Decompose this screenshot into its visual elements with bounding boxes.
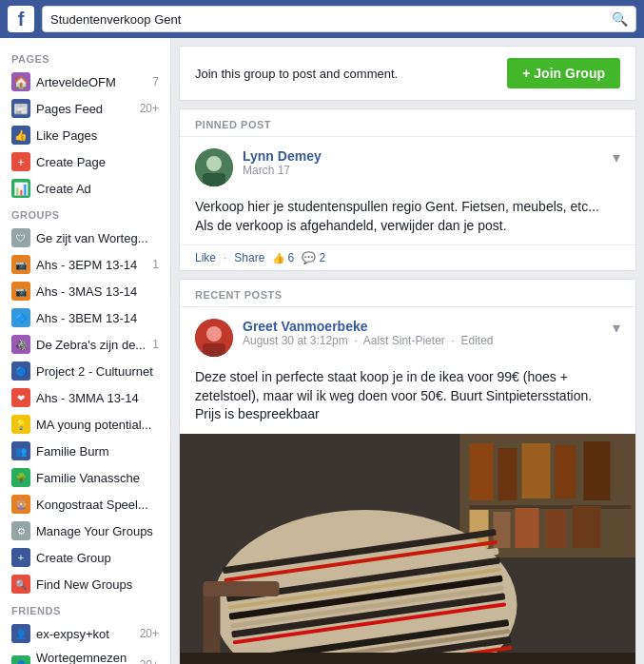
sidebar-item-ahs-3mma-label: Ahs - 3MMA 13-14: [36, 391, 159, 405]
recent-post-author[interactable]: Greet Vanmoerbeke: [243, 319, 494, 334]
thumb-up-icon: 👍: [272, 252, 285, 264]
sidebar-item-like-pages-label: Like Pages: [36, 128, 159, 143]
sidebar-item-wortegem[interactable]: 👤 Wortegemnezen e... 20+: [0, 647, 170, 664]
sidebar-item-expsy[interactable]: 👤 ex-expsy+kot 20+: [0, 620, 170, 647]
svg-rect-35: [204, 581, 280, 596]
ma-young-icon: 💡: [11, 415, 30, 434]
pinned-post-body-line1: Verkoop hier je studentenspullen regio G…: [195, 198, 620, 217]
manage-groups-icon: ⚙: [11, 521, 30, 540]
greet-avatar: [195, 319, 233, 357]
svg-rect-10: [522, 443, 551, 498]
recent-post-card: RECENT POSTS Greet Vanmoerbeke August 30: [179, 279, 636, 664]
sidebar-item-ahs-3mas[interactable]: 📷 Ahs - 3MAS 13-14: [0, 278, 170, 304]
pinned-post-label: PINNED POST: [180, 109, 635, 137]
join-group-button[interactable]: + Join Group: [507, 58, 620, 88]
pages-feed-icon: 📰: [11, 99, 30, 118]
expsy-count: 20+: [140, 627, 159, 640]
friends-section-label: FRIENDS: [0, 597, 170, 620]
recent-post-edited: Edited: [460, 334, 493, 347]
sidebar-item-ahs-3mma[interactable]: ❤ Ahs - 3MMA 13-14: [0, 384, 170, 411]
familie-van-icon: 🌳: [11, 468, 30, 487]
pinned-post-body-line2: Als de verkoop is afgehandeld, verwijder…: [195, 217, 620, 236]
pages-feed-count: 20+: [140, 102, 159, 115]
de-zebra-count: 1: [152, 338, 159, 351]
sidebar-item-artevelde[interactable]: 🏠 ArteveldeOFM 7: [0, 68, 170, 95]
sidebar-item-manage-groups-label: Manage Your Groups: [36, 524, 159, 538]
ahs-3epm-icon: 📷: [11, 255, 30, 274]
sidebar-item-kongostraat-label: Kongostraat Speel...: [36, 498, 159, 512]
svg-rect-8: [470, 443, 494, 500]
sidebar-item-create-group[interactable]: + Create Group: [0, 544, 170, 571]
svg-rect-17: [546, 510, 567, 548]
sidebar-item-de-zebra[interactable]: 🦓 De Zebra's zijn de... 1: [0, 331, 170, 358]
sidebar-item-ahs-3mas-label: Ahs - 3MAS 13-14: [36, 284, 159, 299]
search-input[interactable]: [50, 12, 612, 27]
layout: PAGES 🏠 ArteveldeOFM 7 📰 Pages Feed 20+ …: [0, 38, 644, 664]
groups-section-label: GROUPS: [0, 202, 170, 225]
recent-post-meta: August 30 at 3:12pm · Aalst Sint-Pieter …: [243, 334, 494, 347]
create-page-icon: +: [11, 152, 30, 171]
svg-point-4: [206, 326, 222, 342]
lynn-avatar: [195, 148, 233, 186]
expsy-icon: 👤: [11, 624, 30, 643]
sidebar-item-de-zebra-label: De Zebra's zijn de...: [36, 338, 146, 352]
sidebar-item-project2[interactable]: 🔵 Project 2 - Cultuurnet: [0, 358, 170, 384]
join-banner-text: Join this group to post and comment.: [195, 67, 398, 81]
sidebar-item-like-pages[interactable]: 👍 Like Pages: [0, 122, 170, 148]
svg-rect-2: [203, 173, 225, 186]
sidebar-item-ge-zijt[interactable]: 🛡 Ge zijt van Worteg...: [0, 225, 170, 251]
sidebar-item-familie-burm[interactable]: 👥 Familie Burm: [0, 438, 170, 464]
sidebar-item-create-ad[interactable]: 📊 Create Ad: [0, 175, 170, 202]
ahs-3mas-icon: 📷: [11, 282, 30, 301]
sidebar-item-ma-young[interactable]: 💡 MA young potential...: [0, 411, 170, 438]
sidebar-item-create-page-label: Create Page: [36, 155, 159, 169]
sidebar-item-ahs-3epm[interactable]: 📷 Ahs - 3EPM 13-14 1: [0, 251, 170, 278]
sidebar-item-artevelde-label: ArteveldeOFM: [36, 75, 146, 89]
pinned-like-count: 👍 6: [272, 251, 294, 264]
sidebar-item-create-group-label: Create Group: [36, 551, 159, 565]
pinned-post-author[interactable]: Lynn Demey: [243, 148, 322, 164]
search-bar[interactable]: 🔍: [42, 6, 636, 32]
svg-rect-36: [180, 653, 635, 664]
search-icon[interactable]: 🔍: [612, 11, 628, 27]
sidebar-item-project2-label: Project 2 - Cultuurnet: [36, 364, 159, 379]
recent-post-author-info: Greet Vanmoerbeke August 30 at 3:12pm · …: [243, 319, 494, 347]
join-banner: Join this group to post and comment. + J…: [179, 46, 636, 101]
pinned-share-button[interactable]: Share: [234, 251, 264, 264]
pinned-post-author-info: Lynn Demey March 17: [243, 148, 322, 177]
sidebar-item-find-groups[interactable]: 🔍 Find New Groups: [0, 571, 170, 597]
sidebar-item-familie-burm-label: Familie Burm: [36, 444, 159, 459]
svg-rect-11: [556, 445, 576, 498]
facebook-logo: f: [8, 6, 34, 32]
chair-photo: [180, 434, 635, 664]
recent-post-chevron-icon[interactable]: ▾: [613, 319, 620, 337]
sidebar-item-kongostraat[interactable]: 🎡 Kongostraat Speel...: [0, 491, 170, 518]
topbar: f 🔍: [0, 0, 644, 38]
recent-post-header: Greet Vanmoerbeke August 30 at 3:12pm · …: [180, 307, 635, 364]
recent-post-date: August 30 at 3:12pm: [243, 334, 348, 347]
pinned-post-actions: Like · Share 👍 6 💬 2: [180, 244, 635, 270]
sidebar-item-manage-groups[interactable]: ⚙ Manage Your Groups: [0, 518, 170, 544]
artevelde-icon: 🏠: [11, 72, 30, 91]
sidebar-item-ahs-3bem-label: Ahs - 3BEM 13-14: [36, 311, 159, 325]
svg-rect-18: [573, 506, 601, 548]
pages-section-label: PAGES: [0, 46, 170, 68]
ahs-3epm-count: 1: [152, 258, 159, 271]
sidebar-item-wortegem-label: Wortegemnezen e...: [36, 651, 134, 664]
recent-post-body: Deze stoel in perfecte staat koop je in …: [180, 364, 635, 434]
pinned-like-button[interactable]: Like: [195, 251, 216, 264]
pinned-post-body: Verkoop hier je studentenspullen regio G…: [180, 194, 635, 244]
sidebar-item-create-ad-label: Create Ad: [36, 182, 159, 196]
pinned-post-header: Lynn Demey March 17 ▾: [180, 137, 635, 194]
sidebar-item-create-page[interactable]: + Create Page: [0, 148, 170, 175]
sidebar-item-ahs-3epm-label: Ahs - 3EPM 13-14: [36, 258, 146, 272]
pinned-post-chevron-icon[interactable]: ▾: [613, 148, 620, 166]
sidebar-item-familie-van[interactable]: 🌳 Familie Vanassche: [0, 464, 170, 491]
sidebar-item-expsy-label: ex-expsy+kot: [36, 627, 134, 641]
find-groups-icon: 🔍: [11, 575, 30, 594]
pinned-post-card: PINNED POST Lynn Demey March 17: [179, 108, 636, 271]
sidebar-item-ma-young-label: MA young potential...: [36, 418, 159, 432]
sidebar-item-ahs-3bem[interactable]: 🔷 Ahs - 3BEM 13-14: [0, 304, 170, 331]
svg-rect-13: [470, 505, 632, 509]
sidebar-item-pages-feed[interactable]: 📰 Pages Feed 20+: [0, 95, 170, 122]
